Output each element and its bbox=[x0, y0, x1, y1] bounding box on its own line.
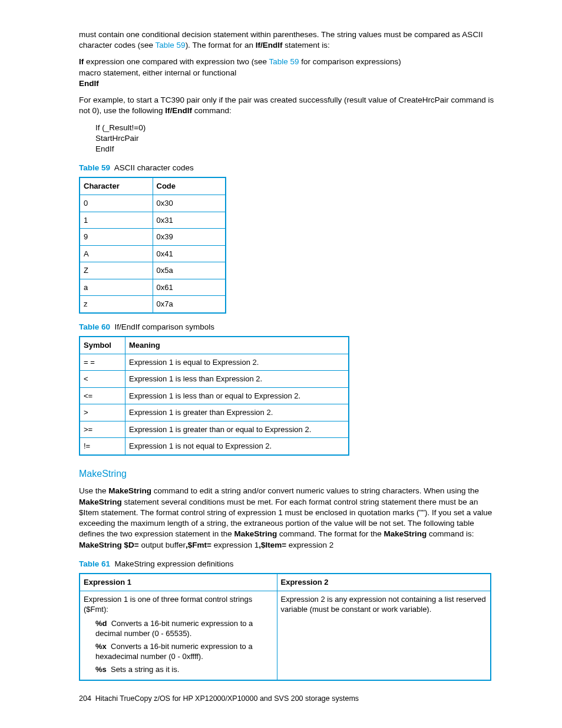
table-header-row: Symbol Meaning bbox=[80, 337, 349, 354]
bold: If/EndIf bbox=[256, 41, 283, 50]
table-row: 10x31 bbox=[80, 212, 226, 229]
text: command is: bbox=[427, 529, 474, 538]
bold-if: If bbox=[79, 57, 84, 66]
code-line: If (_Result!=0) bbox=[95, 123, 146, 132]
col-expression-2: Expression 2 bbox=[277, 574, 491, 591]
cell: = = bbox=[80, 354, 125, 371]
text: command. The format for the bbox=[277, 529, 384, 538]
cell: A bbox=[80, 245, 153, 262]
caption-text: MakeString expression definitions bbox=[115, 559, 234, 568]
table-row: >Expression 1 is greater than Expression… bbox=[80, 404, 349, 421]
cell: > bbox=[80, 404, 125, 421]
text: Converts a 16-bit numeric expression to … bbox=[95, 619, 253, 638]
cell-expression-1: Expression 1 is one of three format cont… bbox=[80, 591, 277, 680]
text: expression 2 bbox=[286, 541, 333, 549]
caption-text: ASCII character codes bbox=[114, 163, 194, 172]
table-row: >=Expression 1 is greater than or equal … bbox=[80, 421, 349, 438]
table-row: 90x39 bbox=[80, 229, 226, 246]
cell: 1 bbox=[80, 212, 153, 229]
bold-endif: EndIf bbox=[79, 79, 99, 88]
code-line: EndIf bbox=[95, 144, 114, 153]
code-line: StartHrcPair bbox=[95, 134, 139, 143]
cell: 0x41 bbox=[153, 245, 226, 262]
table-row: Z0x5a bbox=[80, 262, 226, 279]
text: Use the bbox=[79, 486, 108, 495]
code-sample: If (_Result!=0) StartHrcPair EndIf bbox=[95, 123, 497, 155]
text: output buffer bbox=[139, 541, 186, 549]
table-label: Table 59 bbox=[79, 163, 110, 172]
bold: MakeString bbox=[384, 529, 427, 538]
cell: != bbox=[80, 438, 125, 455]
table-59-link-2[interactable]: Table 59 bbox=[269, 57, 299, 66]
cell: 0x30 bbox=[153, 195, 226, 212]
cell: <= bbox=[80, 387, 125, 404]
cell: 0x7a bbox=[153, 296, 226, 313]
caption-text: If/EndIf comparison symbols bbox=[115, 322, 215, 331]
cell: Expression 1 is less than or equal to Ex… bbox=[125, 387, 349, 404]
col-expression-1: Expression 1 bbox=[80, 574, 277, 591]
cell: >= bbox=[80, 421, 125, 438]
text: command to edit a string and/or convert … bbox=[151, 486, 479, 495]
cell: 9 bbox=[80, 229, 153, 246]
table-row: 00x30 bbox=[80, 195, 226, 212]
table-row: A0x41 bbox=[80, 245, 226, 262]
table-row: <Expression 1 is less than Expression 2. bbox=[80, 371, 349, 388]
table-row: z0x7a bbox=[80, 296, 226, 313]
cell: 0 bbox=[80, 195, 153, 212]
text: Converts a 16-bit numeric expression to … bbox=[95, 642, 253, 661]
text: macro statement, either internal or func… bbox=[79, 68, 236, 77]
text: expression one compared with expression … bbox=[84, 57, 269, 66]
cell: 0x5a bbox=[153, 262, 226, 279]
bold: %x bbox=[95, 642, 107, 651]
bold: MakeString $D= bbox=[79, 541, 139, 549]
cell: Expression 1 is equal to Expression 2. bbox=[125, 354, 349, 371]
text: ). The format for an bbox=[186, 41, 256, 50]
para-if-endif-format: If expression one compared with expressi… bbox=[79, 57, 497, 89]
text: expression 1 bbox=[211, 541, 259, 549]
bold: MakeString bbox=[79, 498, 122, 506]
table-59-link[interactable]: Table 59 bbox=[156, 41, 186, 50]
para-example: For example, to start a TC390 pair only … bbox=[79, 95, 497, 116]
col-symbol: Symbol bbox=[80, 337, 125, 354]
cell: < bbox=[80, 371, 125, 388]
cell: Z bbox=[80, 262, 153, 279]
cell-expression-2: Expression 2 is any expression not conta… bbox=[277, 591, 491, 680]
table-61-caption: Table 61 MakeString expression definitio… bbox=[79, 559, 497, 569]
table-header-row: Expression 1 Expression 2 bbox=[80, 574, 491, 591]
bold: MakeString bbox=[108, 486, 151, 495]
text: Sets a string as it is. bbox=[111, 665, 179, 674]
page-footer: 204 Hitachi TrueCopy z/OS for HP XP12000… bbox=[79, 694, 497, 704]
table-61: Expression 1 Expression 2 Expression 1 i… bbox=[79, 573, 491, 681]
makestring-heading: MakeString bbox=[79, 467, 497, 480]
cell: a bbox=[80, 279, 153, 296]
para-makestring: Use the MakeString command to edit a str… bbox=[79, 486, 497, 550]
table-60: Symbol Meaning = =Expression 1 is equal … bbox=[79, 336, 349, 456]
cell: Expression 1 is greater than Expression … bbox=[125, 404, 349, 421]
bold: If/EndIf bbox=[165, 106, 192, 115]
text: for comparison expressions) bbox=[299, 57, 401, 66]
bold: %s bbox=[95, 665, 107, 674]
format-list: %d Converts a 16-bit numeric expression … bbox=[95, 618, 273, 675]
text: Expression 1 is one of three format cont… bbox=[84, 595, 252, 614]
table-59-caption: Table 59 ASCII character codes bbox=[79, 163, 497, 173]
col-meaning: Meaning bbox=[125, 337, 349, 354]
cell: 0x61 bbox=[153, 279, 226, 296]
table-row: = =Expression 1 is equal to Expression 2… bbox=[80, 354, 349, 371]
page-number: 204 bbox=[79, 694, 91, 703]
table-row: <=Expression 1 is less than or equal to … bbox=[80, 387, 349, 404]
list-item: %s Sets a string as it is. bbox=[95, 664, 273, 675]
bold: ,$Fmt= bbox=[186, 541, 211, 549]
text: For example, to start a TC390 pair only … bbox=[79, 95, 494, 115]
bold: MakeString bbox=[234, 529, 277, 538]
para-if-endif-intro: must contain one conditional decision st… bbox=[79, 29, 497, 51]
cell: Expression 1 is less than Expression 2. bbox=[125, 371, 349, 388]
list-item: %x Converts a 16-bit numeric expression … bbox=[95, 641, 273, 662]
cell: 0x39 bbox=[153, 229, 226, 246]
bold: ,$Item= bbox=[259, 541, 286, 549]
cell: 0x31 bbox=[153, 212, 226, 229]
col-code: Code bbox=[153, 177, 226, 195]
table-59: Character Code 00x30 10x31 90x39 A0x41 Z… bbox=[79, 177, 226, 313]
table-60-caption: Table 60 If/EndIf comparison symbols bbox=[79, 322, 497, 332]
cell: z bbox=[80, 296, 153, 313]
table-label: Table 60 bbox=[79, 322, 110, 331]
